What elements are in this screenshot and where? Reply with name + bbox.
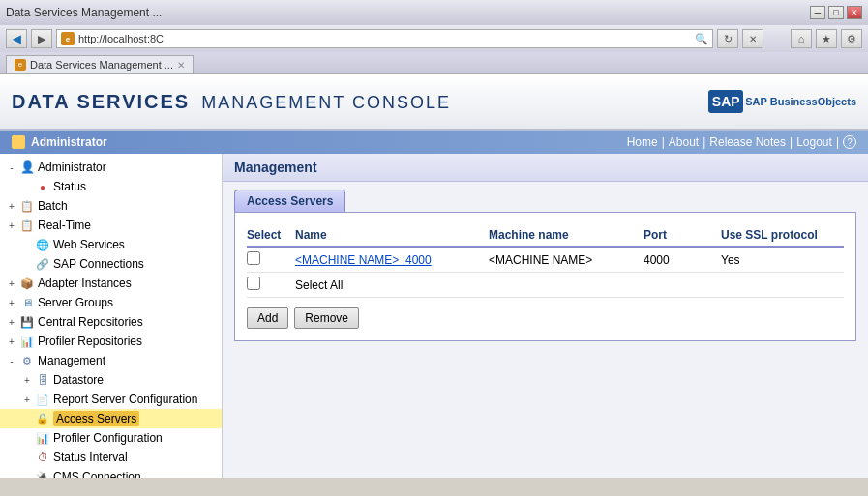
- tree-toggle-server-groups[interactable]: +: [4, 295, 19, 310]
- sidebar-item-profiler-repos[interactable]: + 📊 Profiler Repositories: [0, 332, 222, 351]
- browser-tab-bar: e Data Services Management ... ✕: [0, 52, 868, 73]
- help-icon[interactable]: ?: [843, 135, 856, 149]
- content-body: Select Name Machine name Port Use SSL pr…: [234, 212, 856, 341]
- sidebar-item-management[interactable]: - ⚙ Management: [0, 351, 222, 370]
- row-checkbox-1[interactable]: [247, 251, 295, 268]
- tree-toggle-cms: [19, 469, 35, 478]
- nav-release-notes-link[interactable]: Release Notes: [709, 135, 786, 149]
- address-text: http://localhost:8C: [78, 33, 164, 44]
- tree-toggle-datastore[interactable]: +: [19, 372, 35, 388]
- sidebar-item-batch[interactable]: + 📋 Batch: [0, 196, 222, 216]
- maximize-button[interactable]: □: [828, 6, 844, 19]
- tree-toggle-central-repos[interactable]: +: [4, 314, 19, 330]
- sidebar-item-server-groups[interactable]: + 🖥 Server Groups: [0, 293, 222, 312]
- back-button[interactable]: ◀: [6, 29, 27, 48]
- navigation-bar: ◀ ▶ e http://localhost:8C 🔍 ↻ ✕ ⌂ ★ ⚙: [0, 25, 868, 52]
- nav-about-link[interactable]: About: [669, 135, 699, 149]
- sidebar-item-cms-connection[interactable]: 🔌 CMS Connection: [0, 467, 222, 478]
- action-buttons: Add Remove: [247, 307, 844, 329]
- tree-toggle-status: [19, 179, 35, 194]
- checkbox-row-1[interactable]: [247, 251, 260, 265]
- minimize-button[interactable]: ─: [810, 6, 825, 19]
- browser-tab[interactable]: e Data Services Management ... ✕: [6, 55, 194, 73]
- col-header-name: Name: [295, 228, 489, 242]
- tree-label-webservices: Web Services: [53, 238, 125, 251]
- tab-access-servers[interactable]: Access Servers: [234, 190, 345, 212]
- tree-label-central-repos: Central Repositories: [38, 315, 143, 329]
- nav-logout-link[interactable]: Logout: [796, 135, 832, 149]
- tree-label-realtime: Real-Time: [38, 219, 91, 232]
- tree-toggle-report-server[interactable]: +: [19, 392, 35, 407]
- tree-toggle-realtime[interactable]: +: [4, 218, 19, 233]
- tree-toggle-management[interactable]: -: [4, 353, 19, 368]
- tree-item-administrator[interactable]: - 👤 Administrator: [0, 158, 222, 177]
- select-all-checkbox[interactable]: [247, 277, 260, 290]
- col-header-machine: Machine name: [489, 228, 644, 242]
- close-button[interactable]: ✕: [847, 6, 862, 19]
- app-title-text: DATA SERVICES MANAGEMENT CONSOLE: [12, 89, 451, 113]
- tab-close-button[interactable]: ✕: [177, 60, 185, 71]
- machine-name-link[interactable]: <MACHINE NAME> :4000: [295, 253, 432, 267]
- title-bar-text: Data Services Management ...: [6, 6, 162, 19]
- tree-toggle-batch[interactable]: +: [4, 198, 19, 214]
- select-all-label[interactable]: Select All: [295, 278, 489, 292]
- webservices-icon: 🌐: [35, 237, 50, 252]
- tree-label-sap-connections: SAP Connections: [53, 257, 144, 271]
- tree-toggle-adapter[interactable]: +: [4, 276, 19, 291]
- content-section-title: Management: [223, 154, 868, 182]
- stop-button[interactable]: ✕: [742, 29, 763, 48]
- realtime-icon: 📋: [19, 218, 35, 233]
- title-bar: Data Services Management ... ─ □ ✕: [0, 0, 868, 25]
- address-bar[interactable]: e http://localhost:8C 🔍: [56, 29, 713, 48]
- tree-toggle-profiler-repos[interactable]: +: [4, 334, 19, 349]
- tree-label-access-servers: Access Servers: [53, 411, 139, 426]
- sidebar-item-report-server-config[interactable]: + 📄 Report Server Configuration: [0, 390, 222, 409]
- nav-home-link[interactable]: Home: [627, 135, 658, 149]
- main-area: - 👤 Administrator ● Status + 📋 Batch + 📋…: [0, 154, 868, 478]
- sidebar-item-realtime[interactable]: + 📋 Real-Time: [0, 216, 222, 235]
- sap-logo-group: SAP SAP BusinessObjects: [708, 90, 856, 113]
- sidebar-item-profiler-config[interactable]: 📊 Profiler Configuration: [0, 428, 222, 448]
- sidebar-item-webservices[interactable]: 🌐 Web Services: [0, 235, 222, 254]
- refresh-button[interactable]: ↻: [717, 29, 738, 48]
- row-ssl-1: Yes: [721, 253, 837, 267]
- tree-label-datastore: Datastore: [53, 373, 104, 387]
- search-icon: 🔍: [695, 33, 708, 45]
- sidebar-item-status[interactable]: ● Status: [0, 177, 222, 196]
- sidebar-item-central-repos[interactable]: + 💾 Central Repositories: [0, 312, 222, 332]
- col-header-select: Select: [247, 228, 295, 242]
- tree-label-administrator: Administrator: [38, 160, 106, 174]
- home-button[interactable]: ⌂: [791, 29, 812, 48]
- favorites-button[interactable]: ★: [816, 29, 837, 48]
- select-all-checkbox-container[interactable]: [247, 277, 295, 293]
- tree-label-server-groups: Server Groups: [38, 296, 113, 309]
- user-icon: [12, 135, 25, 149]
- window-controls: ─ □ ✕: [810, 6, 862, 19]
- user-label: Administrator: [31, 135, 107, 149]
- profiler-config-icon: 📊: [35, 430, 50, 446]
- sidebar-item-adapter-instances[interactable]: + 📦 Adapter Instances: [0, 274, 222, 293]
- col-header-port: Port: [644, 228, 721, 242]
- forward-button[interactable]: ▶: [31, 29, 52, 48]
- remove-button[interactable]: Remove: [294, 307, 359, 329]
- tab-title: Data Services Management ...: [30, 59, 173, 71]
- tree-toggle-profiler-config: [19, 430, 35, 446]
- add-button[interactable]: Add: [247, 307, 288, 329]
- top-navigation: Home | About | Release Notes | Logout | …: [627, 135, 856, 149]
- tree-toggle-administrator[interactable]: -: [4, 160, 19, 175]
- sidebar-item-access-servers[interactable]: 🔒 Access Servers: [0, 409, 222, 428]
- user-icon: 👤: [19, 160, 35, 175]
- sidebar-item-status-interval[interactable]: ⏱ Status Interval: [0, 448, 222, 467]
- tree-label-profiler-config: Profiler Configuration: [53, 431, 163, 445]
- central-repos-icon: 💾: [19, 314, 35, 330]
- sidebar-item-datastore[interactable]: + 🗄 Datastore: [0, 370, 222, 390]
- col-header-ssl: Use SSL protocol: [721, 228, 837, 242]
- table-header: Select Name Machine name Port Use SSL pr…: [247, 224, 844, 248]
- sidebar-item-sap-connections[interactable]: 🔗 SAP Connections: [0, 254, 222, 274]
- tab-favicon: e: [15, 59, 26, 71]
- tree-label-cms-connection: CMS Connection: [53, 470, 141, 478]
- batch-icon: 📋: [19, 198, 35, 214]
- tree-toggle-access-servers: [19, 411, 35, 426]
- tree-label-status: Status: [53, 180, 86, 193]
- tools-button[interactable]: ⚙: [841, 29, 862, 48]
